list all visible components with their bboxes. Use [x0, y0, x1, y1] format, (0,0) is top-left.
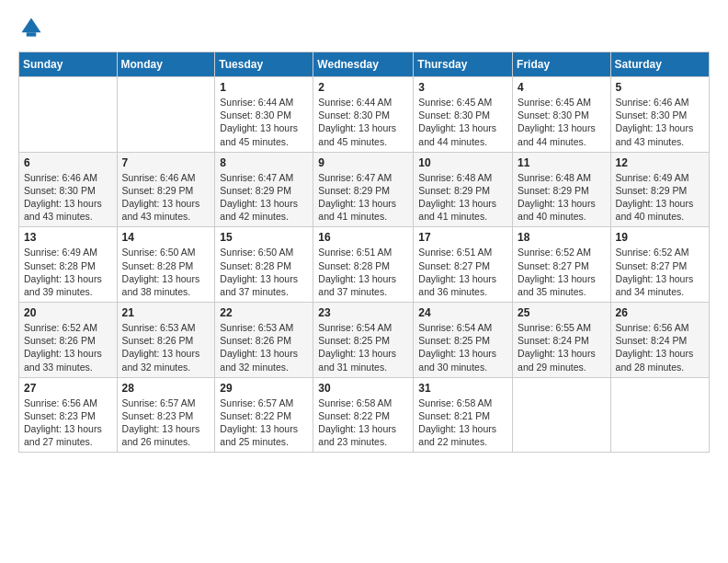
day-number: 7 [122, 156, 210, 169]
day-number: 4 [518, 81, 606, 94]
day-cell [513, 377, 611, 453]
day-cell: 27Sunrise: 6:56 AM Sunset: 8:23 PM Dayli… [19, 377, 118, 453]
weekday-header-sunday: Sunday [19, 52, 118, 77]
day-number: 19 [616, 231, 704, 244]
day-info: Sunrise: 6:57 AM Sunset: 8:23 PM Dayligh… [122, 396, 210, 449]
day-cell: 26Sunrise: 6:56 AM Sunset: 8:24 PM Dayli… [610, 303, 709, 378]
day-cell [19, 77, 118, 153]
day-cell: 12Sunrise: 6:49 AM Sunset: 8:29 PM Dayli… [610, 152, 709, 227]
weekday-header-friday: Friday [513, 52, 611, 77]
day-cell: 2Sunrise: 6:44 AM Sunset: 8:30 PM Daylig… [313, 77, 414, 153]
day-cell [610, 377, 709, 453]
day-cell: 24Sunrise: 6:54 AM Sunset: 8:25 PM Dayli… [414, 303, 513, 378]
day-cell: 14Sunrise: 6:50 AM Sunset: 8:28 PM Dayli… [117, 227, 215, 303]
day-number: 27 [24, 382, 112, 395]
day-cell: 20Sunrise: 6:52 AM Sunset: 8:26 PM Dayli… [19, 303, 118, 378]
day-number: 25 [518, 306, 606, 319]
day-number: 17 [418, 231, 507, 244]
day-info: Sunrise: 6:49 AM Sunset: 8:28 PM Dayligh… [24, 246, 112, 298]
day-number: 6 [24, 156, 112, 169]
day-cell: 6Sunrise: 6:46 AM Sunset: 8:30 PM Daylig… [19, 152, 118, 227]
day-cell: 21Sunrise: 6:53 AM Sunset: 8:26 PM Dayli… [117, 303, 215, 378]
day-cell: 17Sunrise: 6:51 AM Sunset: 8:27 PM Dayli… [414, 227, 513, 303]
calendar-header: SundayMondayTuesdayWednesdayThursdayFrid… [19, 52, 710, 77]
day-cell: 8Sunrise: 6:47 AM Sunset: 8:29 PM Daylig… [215, 152, 313, 227]
day-number: 18 [518, 231, 606, 244]
logo-icon [18, 15, 44, 40]
day-number: 30 [318, 382, 408, 395]
day-number: 20 [24, 306, 112, 319]
svg-rect-1 [27, 32, 37, 36]
calendar-body: 1Sunrise: 6:44 AM Sunset: 8:30 PM Daylig… [19, 77, 710, 453]
header [18, 15, 710, 40]
day-info: Sunrise: 6:52 AM Sunset: 8:27 PM Dayligh… [518, 246, 606, 298]
day-cell: 9Sunrise: 6:47 AM Sunset: 8:29 PM Daylig… [313, 152, 414, 227]
day-cell: 15Sunrise: 6:50 AM Sunset: 8:28 PM Dayli… [215, 227, 313, 303]
day-info: Sunrise: 6:53 AM Sunset: 8:26 PM Dayligh… [122, 321, 210, 373]
day-info: Sunrise: 6:49 AM Sunset: 8:29 PM Dayligh… [616, 171, 704, 224]
day-cell: 3Sunrise: 6:45 AM Sunset: 8:30 PM Daylig… [414, 77, 513, 153]
day-info: Sunrise: 6:55 AM Sunset: 8:24 PM Dayligh… [518, 321, 606, 373]
day-number: 23 [318, 306, 408, 319]
day-cell: 10Sunrise: 6:48 AM Sunset: 8:29 PM Dayli… [414, 152, 513, 227]
day-number: 15 [220, 231, 308, 244]
weekday-header-monday: Monday [117, 52, 215, 77]
day-info: Sunrise: 6:46 AM Sunset: 8:29 PM Dayligh… [122, 171, 210, 224]
weekday-header-wednesday: Wednesday [313, 52, 414, 77]
day-info: Sunrise: 6:44 AM Sunset: 8:30 PM Dayligh… [220, 96, 308, 148]
day-info: Sunrise: 6:57 AM Sunset: 8:22 PM Dayligh… [220, 396, 308, 449]
day-cell: 4Sunrise: 6:45 AM Sunset: 8:30 PM Daylig… [513, 77, 611, 153]
day-number: 14 [122, 231, 210, 244]
day-info: Sunrise: 6:47 AM Sunset: 8:29 PM Dayligh… [318, 171, 408, 224]
day-number: 9 [318, 156, 408, 169]
day-number: 16 [318, 231, 408, 244]
day-info: Sunrise: 6:47 AM Sunset: 8:29 PM Dayligh… [220, 171, 308, 224]
day-cell: 23Sunrise: 6:54 AM Sunset: 8:25 PM Dayli… [313, 303, 414, 378]
day-info: Sunrise: 6:56 AM Sunset: 8:24 PM Dayligh… [616, 321, 704, 373]
day-cell: 31Sunrise: 6:58 AM Sunset: 8:21 PM Dayli… [414, 377, 513, 453]
day-cell: 1Sunrise: 6:44 AM Sunset: 8:30 PM Daylig… [215, 77, 313, 153]
day-info: Sunrise: 6:45 AM Sunset: 8:30 PM Dayligh… [518, 96, 606, 148]
svg-marker-0 [22, 18, 41, 33]
day-number: 21 [122, 306, 210, 319]
page: SundayMondayTuesdayWednesdayThursdayFrid… [0, 0, 728, 563]
day-number: 2 [318, 81, 408, 94]
day-number: 26 [616, 306, 704, 319]
day-info: Sunrise: 6:58 AM Sunset: 8:21 PM Dayligh… [418, 396, 507, 449]
day-number: 1 [220, 81, 308, 94]
day-number: 13 [24, 231, 112, 244]
day-number: 11 [518, 156, 606, 169]
weekday-header-tuesday: Tuesday [215, 52, 313, 77]
week-row-2: 6Sunrise: 6:46 AM Sunset: 8:30 PM Daylig… [19, 152, 710, 227]
day-info: Sunrise: 6:54 AM Sunset: 8:25 PM Dayligh… [318, 321, 408, 373]
day-cell: 5Sunrise: 6:46 AM Sunset: 8:30 PM Daylig… [610, 77, 709, 153]
week-row-4: 20Sunrise: 6:52 AM Sunset: 8:26 PM Dayli… [19, 303, 710, 378]
weekday-header-thursday: Thursday [414, 52, 513, 77]
day-info: Sunrise: 6:52 AM Sunset: 8:27 PM Dayligh… [616, 246, 704, 298]
day-info: Sunrise: 6:48 AM Sunset: 8:29 PM Dayligh… [518, 171, 606, 224]
day-cell: 22Sunrise: 6:53 AM Sunset: 8:26 PM Dayli… [215, 303, 313, 378]
day-cell: 29Sunrise: 6:57 AM Sunset: 8:22 PM Dayli… [215, 377, 313, 453]
day-cell: 7Sunrise: 6:46 AM Sunset: 8:29 PM Daylig… [117, 152, 215, 227]
calendar-table: SundayMondayTuesdayWednesdayThursdayFrid… [18, 52, 710, 453]
day-info: Sunrise: 6:46 AM Sunset: 8:30 PM Dayligh… [616, 96, 704, 148]
day-info: Sunrise: 6:51 AM Sunset: 8:27 PM Dayligh… [418, 246, 507, 298]
day-cell: 18Sunrise: 6:52 AM Sunset: 8:27 PM Dayli… [513, 227, 611, 303]
weekday-header-saturday: Saturday [610, 52, 709, 77]
day-number: 24 [418, 306, 507, 319]
day-info: Sunrise: 6:56 AM Sunset: 8:23 PM Dayligh… [24, 396, 112, 449]
day-info: Sunrise: 6:54 AM Sunset: 8:25 PM Dayligh… [418, 321, 507, 373]
day-info: Sunrise: 6:50 AM Sunset: 8:28 PM Dayligh… [122, 246, 210, 298]
day-cell: 25Sunrise: 6:55 AM Sunset: 8:24 PM Dayli… [513, 303, 611, 378]
day-info: Sunrise: 6:45 AM Sunset: 8:30 PM Dayligh… [418, 96, 507, 148]
day-info: Sunrise: 6:58 AM Sunset: 8:22 PM Dayligh… [318, 396, 408, 449]
day-number: 3 [418, 81, 507, 94]
day-number: 22 [220, 306, 308, 319]
week-row-5: 27Sunrise: 6:56 AM Sunset: 8:23 PM Dayli… [19, 377, 710, 453]
day-number: 31 [418, 382, 507, 395]
day-number: 29 [220, 382, 308, 395]
day-info: Sunrise: 6:50 AM Sunset: 8:28 PM Dayligh… [220, 246, 308, 298]
day-info: Sunrise: 6:52 AM Sunset: 8:26 PM Dayligh… [24, 321, 112, 373]
day-info: Sunrise: 6:51 AM Sunset: 8:28 PM Dayligh… [318, 246, 408, 298]
day-info: Sunrise: 6:46 AM Sunset: 8:30 PM Dayligh… [24, 171, 112, 224]
